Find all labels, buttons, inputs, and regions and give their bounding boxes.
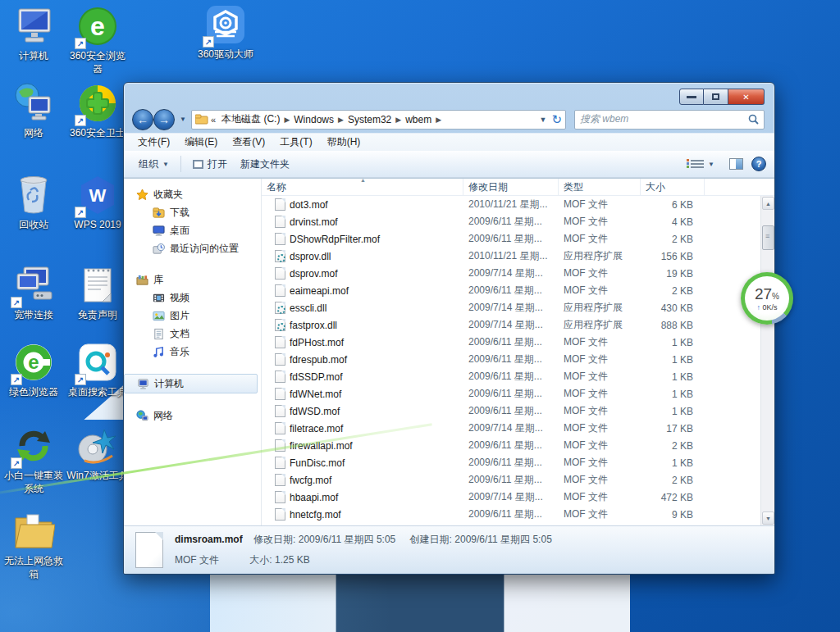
refresh-icon[interactable]: ↻ [551,113,562,125]
breadcrumb-separator-icon[interactable]: ▶ [337,116,345,124]
star-icon [135,188,148,201]
title-bar[interactable]: ✕ [124,83,774,106]
back-button[interactable]: ← [132,109,153,130]
breadcrumb-separator-icon[interactable]: ▶ [395,116,402,124]
file-row[interactable]: firewallapi.mof2009/6/11 星期...MOF 文件2 KB [262,437,774,454]
menu-item[interactable]: 帮助(H) [320,134,368,151]
sidebar-item-music[interactable]: 音乐 [124,343,261,361]
file-row[interactable]: fdrespub.mof2009/6/11 星期...MOF 文件1 KB [262,351,774,368]
net-speed-ball[interactable]: 27% ↑ 0K/s [741,272,793,325]
new-folder-button[interactable]: 新建文件夹 [234,154,296,175]
sidebar-item-libraries[interactable]: 库 [124,271,261,289]
minimize-button[interactable] [679,89,704,105]
desktop-icon-network[interactable]: 网络 [2,82,66,140]
desktop-icon-win7-activate[interactable]: Win7激活工具 [66,425,130,483]
desktop-icon-safety-360[interactable]: ↗360安全卫士 [66,82,130,140]
sidebar-item-recent[interactable]: 最近访问的位置 [124,239,261,257]
desktop-icon-broadband[interactable]: ↗宽带连接 [2,264,66,322]
history-dropdown-icon[interactable]: ▼ [180,116,186,123]
file-row[interactable]: dsprov.dll2010/11/21 星期...应用程序扩展156 KB [262,248,774,265]
restore-button[interactable] [704,89,728,105]
file-row[interactable]: FunDisc.mof2009/6/11 星期...MOF 文件1 KB [262,454,774,471]
desktop-icon-recycle-bin[interactable]: 回收站 [2,174,66,232]
mof-file-icon [275,388,285,400]
desktop-icon-browser-360[interactable]: e↗360安全浏览器 [66,5,130,75]
breadcrumb-segment[interactable]: Windows [290,114,337,125]
menu-item[interactable]: 工具(T) [272,134,319,151]
wps-icon: W↗ [76,174,119,216]
sidebar-item-pictures[interactable]: 图片 [124,307,261,325]
address-dropdown-icon[interactable]: ▼ [540,116,547,124]
views-icon [691,160,704,168]
open-button[interactable]: 打开 [186,154,234,175]
desktop-icon-green-browser[interactable]: e↗绿色浏览器 [2,341,66,399]
desktop-icon-reinstall[interactable]: ↗小白一键重装系统 [2,425,66,495]
music-icon [152,345,165,358]
breadcrumb-segment[interactable]: wbem [402,114,435,125]
column-header-date[interactable]: 修改日期 [463,179,559,195]
desktop-icon-disclaimer[interactable]: 免责声明 [66,264,130,322]
search-box[interactable]: 搜索 wbem [574,110,765,130]
column-header-size[interactable]: 大小 [641,179,705,195]
close-button[interactable]: ✕ [728,89,765,105]
scroll-up-icon[interactable]: ▲ [762,197,774,210]
breadcrumb-overflow[interactable]: « [210,115,217,125]
organize-button[interactable]: 组织▼ [132,154,176,175]
file-row[interactable]: esscli.dll2009/7/14 星期...应用程序扩展430 KB [262,299,774,316]
forward-button[interactable]: → [153,109,175,130]
file-row[interactable]: hnetcfg.mof2009/6/11 星期...MOF 文件9 KB [262,506,774,523]
svg-text:W: W [89,185,107,206]
sidebar-item-desktop[interactable]: 桌面 [124,221,261,239]
file-size: 1 KB [641,457,705,469]
column-header-type[interactable]: 类型 [559,179,641,195]
file-row[interactable]: dsprov.mof2009/7/14 星期...MOF 文件19 KB [262,265,774,282]
mof-file-icon [275,439,285,452]
sidebar-item-downloads[interactable]: 下载 [124,203,261,221]
file-row[interactable]: hbaapi.mof2009/7/14 星期...MOF 文件472 KB [262,489,774,506]
file-row[interactable]: DShowRdpFilter.mof2009/6/11 星期...MOF 文件2… [262,230,774,248]
start-button[interactable] [0,601,840,632]
breadcrumb[interactable]: « 本地磁盘 (C:)▶Windows▶System32▶wbem▶ ▼ ↻ [191,110,566,130]
sidebar-item-documents[interactable]: 文档 [124,325,261,343]
file-row[interactable]: drvinst.mof2009/6/11 星期...MOF 文件4 KB [262,213,774,230]
scroll-down-icon[interactable]: ▼ [762,512,774,525]
file-row[interactable]: eaimeapi.mof2009/6/11 星期...MOF 文件2 KB [262,282,774,299]
desktop-icon-wps[interactable]: W↗WPS 2019 [66,174,130,232]
desktop-icon-desktop-search[interactable]: ↗桌面搜索工具 [66,341,130,399]
file-row[interactable]: fdPHost.mof2009/6/11 星期...MOF 文件1 KB [262,334,774,351]
search-input[interactable]: 搜索 wbem [580,112,748,126]
file-row[interactable]: fastprox.dll2009/7/14 星期...应用程序扩展888 KB [262,316,774,334]
change-view-button[interactable]: ▼ [684,157,721,171]
breadcrumb-segment[interactable]: 本地磁盘 (C:) [218,112,283,126]
breadcrumb-separator-icon[interactable]: ▶ [283,116,290,124]
desktop-icon-computer[interactable]: 计算机 [2,5,66,63]
preview-pane-button[interactable] [729,158,743,170]
sidebar-item-network[interactable]: 网络 [124,407,261,425]
column-header-name[interactable]: 名称 [262,179,463,195]
sidebar-item-videos[interactable]: 视频 [124,289,261,307]
file-row[interactable]: fdWNet.mof2009/6/11 星期...MOF 文件1 KB [262,385,774,402]
desktop-icon-rescue-box[interactable]: 无法上网急救箱 [2,510,66,580]
menu-item[interactable]: 查看(V) [225,134,272,151]
file-row[interactable]: dot3.mof2010/11/21 星期...MOF 文件6 KB [262,196,774,213]
desktop-icon-driver-master[interactable]: ↗360驱动大师 [194,3,258,61]
file-row[interactable]: fdSSDP.mof2009/6/11 星期...MOF 文件1 KB [262,368,774,385]
breadcrumb-separator-icon[interactable]: ▶ [435,116,442,124]
desktop-icon-label: WPS 2019 [66,219,130,232]
desktop-icon-label: 桌面搜索工具 [66,386,130,399]
sidebar-item-computer[interactable]: 计算机 [124,374,258,393]
file-name: DShowRdpFilter.mof [290,234,380,245]
file-row[interactable]: fdWSD.mof2009/6/11 星期...MOF 文件1 KB [262,402,774,420]
file-name: drvinst.mof [290,216,338,228]
file-row[interactable]: filetrace.mof2009/7/14 星期...MOF 文件17 KB [262,420,774,437]
file-row[interactable]: fwcfg.mof2009/6/11 星期...MOF 文件2 KB [262,471,774,489]
menu-item[interactable]: 编辑(E) [177,134,225,151]
mof-file-icon [275,405,285,417]
vertical-scrollbar[interactable]: ▲ ▼ [760,196,774,525]
breadcrumb-segment[interactable]: System32 [345,114,395,125]
help-button[interactable]: ? [751,157,766,171]
menu-item[interactable]: 文件(F) [130,134,177,151]
sidebar-item-star[interactable]: 收藏夹 [124,185,261,203]
file-name: fdWNet.mof [290,389,341,400]
scrollbar-thumb[interactable] [762,225,774,250]
